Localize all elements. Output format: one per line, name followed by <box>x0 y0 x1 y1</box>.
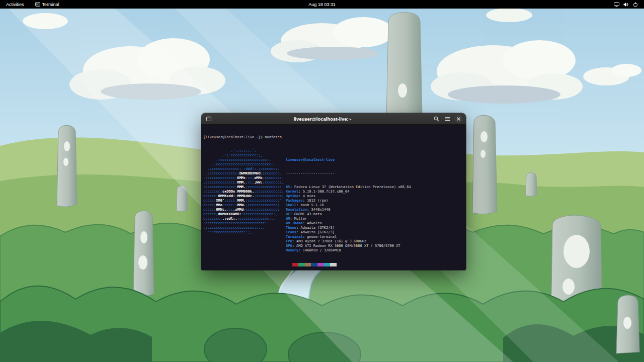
window-icon <box>206 117 211 121</box>
neofetch-info-line: Terminal: gnome-terminal <box>286 235 466 239</box>
neofetch-info-line: Uptime: 4 mins <box>286 194 466 199</box>
palette-row-normal <box>286 263 466 266</box>
monolith-right-tall <box>472 115 497 214</box>
terminal-headerbar[interactable]: liveuser@localhost-live:~ <box>201 113 466 125</box>
neofetch-separator: ----------------------- <box>286 171 466 176</box>
clock-button[interactable]: Aug 18 03:31 <box>305 2 339 8</box>
monolith-left-tall <box>57 125 77 207</box>
monolith-center-tall <box>386 12 422 119</box>
volume-icon <box>623 2 629 7</box>
hamburger-menu-icon <box>445 117 450 121</box>
neofetch-info-line: WM: Mutter <box>286 217 466 221</box>
menu-button[interactable] <box>443 115 452 123</box>
palette-swatch <box>305 263 311 266</box>
neofetch-info: liveuser@localhost-live ----------------… <box>286 149 466 270</box>
neofetch-info-line: GPU: AMD ATI Radeon RX 5600 OEM/5600 XT … <box>286 244 466 248</box>
neofetch-user-host: liveuser@localhost-live <box>286 158 466 162</box>
monolith-far-right <box>616 295 639 353</box>
palette-swatch <box>324 263 331 266</box>
neofetch-info-lines: OS: Fedora Linux 37 (Workstation Edition… <box>286 185 466 253</box>
palette-swatch <box>311 263 317 266</box>
prompt-line-neofetch: [liveuser@localhost-live ~]$ neofetch <box>203 135 466 140</box>
close-button[interactable] <box>454 115 463 123</box>
palette-swatch <box>330 263 337 266</box>
palette-swatch <box>292 263 299 266</box>
top-bar: Activities Terminal Aug 18 03:31 <box>0 0 644 9</box>
terminal-app-icon <box>35 2 40 7</box>
monolith-left-mid <box>133 211 154 296</box>
neofetch-info-line: Resolution: 3440x1440 <box>286 208 466 212</box>
neofetch-info-line: Memory: 1466MiB / 32084MiB <box>286 248 466 253</box>
activities-label: Activities <box>6 2 24 7</box>
display-icon <box>614 2 619 7</box>
app-menu-terminal[interactable]: Terminal <box>33 2 61 8</box>
new-window-button[interactable] <box>204 115 213 123</box>
app-menu-label: Terminal <box>42 2 59 7</box>
power-icon <box>633 2 638 7</box>
activities-button[interactable]: Activities <box>4 2 26 8</box>
palette-swatch <box>298 263 305 266</box>
neofetch-info-line: Packages: 1812 (rpm) <box>286 199 466 203</box>
search-icon <box>434 116 439 122</box>
neofetch-info-line: CPU: AMD Ryzen 7 3700X (16) @ 3.600GHz <box>286 239 466 244</box>
palette-swatch <box>317 263 324 266</box>
neofetch-info-line: Theme: Adwaita [GTK2/3] <box>286 226 466 230</box>
search-button[interactable] <box>432 115 441 123</box>
neofetch-info-line: Shell: bash 5.1.16 <box>286 203 466 208</box>
neofetch-info-line: WM Theme: Adwaita <box>286 221 466 226</box>
neofetch-info-line: DE: GNOME 43.beta <box>286 212 466 217</box>
terminal-screen[interactable]: [liveuser@localhost-live ~]$ neofetch .'… <box>201 125 466 270</box>
system-status-menu[interactable] <box>612 2 640 8</box>
neofetch-info-line: Kernel: 5.19.1-300.fc37.x86_64 <box>286 190 466 194</box>
neofetch-info-line: OS: Fedora Linux 37 (Workstation Edition… <box>286 185 466 190</box>
terminal-window: liveuser@localhost-live:~ [liveuser@loca… <box>201 113 466 270</box>
window-title: liveuser@localhost-live:~ <box>213 116 432 122</box>
neofetch-ascii: .',;::::;,'. .';:cccccccccccc:;,. .;cccc… <box>203 149 286 270</box>
neofetch-output: .',;::::;,'. .';:cccccccccccc:;,. .;cccc… <box>203 149 466 270</box>
close-icon <box>456 117 461 121</box>
neofetch-info-line: Icons: Adwaita [GTK2/3] <box>286 230 466 235</box>
palette-swatch <box>286 263 292 266</box>
clock-label: Aug 18 03:31 <box>308 2 336 7</box>
